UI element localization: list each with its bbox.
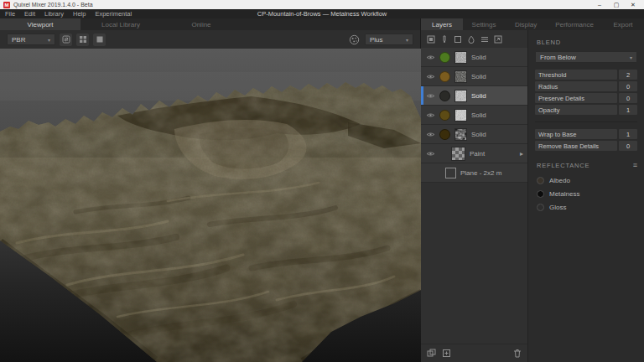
wrap-to-base-value[interactable]: 1 <box>619 129 637 139</box>
threshold-field: Threshold 2 <box>535 70 637 80</box>
menu-help[interactable]: Help <box>73 10 86 18</box>
opacity-slider[interactable]: Opacity <box>535 105 617 115</box>
channel-metalness[interactable]: Metalness <box>537 188 637 199</box>
eye-icon[interactable] <box>425 74 435 80</box>
eye-icon[interactable] <box>425 132 435 137</box>
hamburger-icon[interactable]: ≡ <box>633 161 637 169</box>
layer-name: Solid <box>471 92 486 100</box>
layer-row-mesh[interactable]: Plane - 2x2 m <box>421 163 527 183</box>
chevron-down-icon: ▾ <box>48 37 50 43</box>
blend-mode-select[interactable]: From Below ▾ <box>535 51 637 63</box>
trash-icon[interactable] <box>512 349 522 359</box>
remove-base-details-value[interactable]: 0 <box>619 141 637 151</box>
mesh-plane-icon <box>445 168 456 178</box>
eye-icon[interactable] <box>425 54 435 60</box>
layer-row-paint[interactable]: Paint ▸ <box>421 144 527 163</box>
layer-thumbnail <box>454 70 467 83</box>
layers-panel: Solid Solid <box>421 30 528 362</box>
add-paint-layer-icon[interactable] <box>439 34 449 44</box>
layer-color-swatch[interactable] <box>439 129 450 140</box>
layer-name: Plane - 2x2 m <box>460 169 501 177</box>
menubar: CP-Mountain-of-Brows — Metalness Workflo… <box>0 9 644 18</box>
threshold-slider[interactable]: Threshold <box>535 70 617 80</box>
tab-viewport[interactable]: Viewport <box>0 18 80 30</box>
add-surface-layer-icon[interactable] <box>426 34 436 44</box>
preserve-details-slider[interactable]: Preserve Details <box>535 93 617 103</box>
tab-online[interactable]: Online <box>161 18 242 30</box>
layer-list-empty-area <box>421 183 527 344</box>
viewport-tabbar: Viewport Local Library Online <box>0 18 420 30</box>
menu-library[interactable]: Library <box>44 10 64 18</box>
layer-row[interactable]: Solid <box>421 106 527 125</box>
import-layer-icon[interactable] <box>493 34 503 44</box>
maximize-button[interactable]: ▢ <box>609 1 624 9</box>
layers-bottom-bar <box>421 344 527 362</box>
tab-layers[interactable]: Layers <box>421 18 463 30</box>
tab-local-library[interactable]: Local Library <box>80 18 161 30</box>
add-adjustment-layer-icon[interactable] <box>480 34 490 44</box>
layer-row-selected[interactable]: Solid <box>421 86 527 106</box>
albedo-swatch <box>537 177 544 184</box>
menu-file[interactable]: File <box>5 10 15 18</box>
add-liquid-layer-icon[interactable] <box>466 34 476 44</box>
layer-row[interactable]: Solid <box>421 125 527 144</box>
layer-name: Paint <box>470 150 485 158</box>
layer-thumbnail <box>454 109 467 122</box>
duplicate-layer-icon[interactable] <box>441 349 451 359</box>
section-divider <box>535 122 637 122</box>
new-group-icon[interactable] <box>426 349 436 359</box>
swap-view-button[interactable] <box>60 34 72 46</box>
layer-color-swatch[interactable] <box>439 90 450 101</box>
layer-thumbnail <box>454 51 467 64</box>
layer-color-swatch[interactable] <box>439 71 450 82</box>
layer-name: Solid <box>471 131 486 138</box>
menu-edit[interactable]: Edit <box>24 10 35 18</box>
window-title: Quixel Mixer 2019.1.4.0 - Beta <box>13 2 93 8</box>
eye-icon[interactable] <box>425 151 435 157</box>
remove-base-details-slider[interactable]: Remove Base Details <box>535 141 617 151</box>
terrain-mesh <box>0 49 421 362</box>
channel-albedo[interactable]: Albedo <box>537 174 637 186</box>
opacity-field: Opacity 1 <box>535 105 637 115</box>
shading-mode-select[interactable]: PBR ▾ <box>7 34 55 45</box>
environment-sphere-icon[interactable] <box>348 34 361 46</box>
radius-value[interactable]: 0 <box>619 81 637 91</box>
add-solid-layer-icon[interactable] <box>453 34 463 44</box>
tab-performance[interactable]: Performance <box>547 18 602 30</box>
tab-display[interactable]: Display <box>505 18 547 30</box>
layer-name: Solid <box>471 54 486 61</box>
app-logo-icon: M <box>3 2 10 8</box>
radius-slider[interactable]: Radius <box>535 81 617 91</box>
split-view-button[interactable] <box>76 34 89 46</box>
wrap-to-base-slider[interactable]: Wrap to Base <box>535 129 617 139</box>
eye-icon[interactable] <box>425 112 435 118</box>
panel-tabbar: Layers Settings Display Performance Expo… <box>421 18 644 30</box>
reflectance-section-header: REFLECTANCE ≡ <box>537 161 637 169</box>
tab-settings[interactable]: Settings <box>463 18 505 30</box>
chevron-right-icon[interactable]: ▸ <box>520 150 523 158</box>
threshold-value[interactable]: 2 <box>619 70 637 80</box>
preserve-details-value[interactable]: 0 <box>619 93 637 103</box>
layer-thumbnail <box>454 90 467 102</box>
viewport-toolbar: PBR ▾ Plus ▾ <box>0 30 420 49</box>
eye-icon[interactable] <box>425 93 435 99</box>
tab-export[interactable]: Export <box>602 18 644 30</box>
viewport-3d[interactable] <box>0 49 420 362</box>
layer-name: Solid <box>471 73 486 80</box>
menu-experimental[interactable]: Experimental <box>95 10 132 18</box>
opacity-value[interactable]: 1 <box>619 105 637 115</box>
channel-gloss[interactable]: Gloss <box>537 201 637 213</box>
environment-select[interactable]: Plus ▾ <box>365 34 413 45</box>
titlebar: M Quixel Mixer 2019.1.4.0 - Beta – ▢ ✕ <box>0 0 644 9</box>
close-button[interactable]: ✕ <box>626 1 641 9</box>
blend-properties-panel: BLEND From Below ▾ Threshold 2 Radius 0 <box>528 30 644 362</box>
layer-color-swatch[interactable] <box>439 52 450 63</box>
layer-row[interactable]: Solid <box>421 67 527 86</box>
minimize-button[interactable]: – <box>592 1 607 9</box>
remove-base-details-field: Remove Base Details 0 <box>535 141 637 151</box>
layer-row[interactable]: Solid <box>421 48 527 67</box>
paint-layer-thumbnail <box>451 147 465 161</box>
layer-color-swatch[interactable] <box>439 110 450 121</box>
layer-list: Solid Solid <box>421 48 527 183</box>
single-view-button[interactable] <box>93 34 106 46</box>
